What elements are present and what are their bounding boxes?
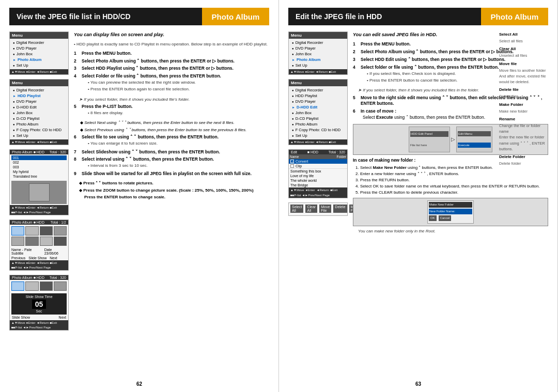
delete-btn: Delete	[333, 205, 347, 213]
left-press-tips: ◆ Press ˄ ˅ buttons to rotate pictures. …	[79, 180, 269, 200]
right-menu-panel-2: Menu ● Digital Recorder ● HDD Playlist ●…	[288, 79, 348, 145]
photo-list: 001 002 003 My hybrid Translated tree	[10, 154, 68, 180]
photo-thumb-4	[54, 226, 67, 236]
photo-thumb-3	[40, 226, 53, 236]
r-menu-item2-hdd: ● HDD Playlist	[291, 93, 345, 99]
right-content: Menu ● Digital Recorder ● DVD Player ● J…	[288, 32, 548, 382]
photo-list-item-1: 001	[11, 155, 67, 160]
edit-actions-panel: Select All Clear All Move File Delete Ma…	[288, 202, 348, 216]
left-step-2: 2 Select Photo Album using ˄ buttons, th…	[74, 58, 269, 65]
r-menu-item2-dvd: ● DVD Player	[291, 99, 345, 104]
edit-row-clip: Clip	[289, 164, 347, 169]
menu-item-john-box: ● John Box	[12, 51, 66, 57]
edit-row-whole: The whole world	[289, 178, 347, 183]
select-all-label: Select All	[499, 32, 548, 38]
edit-panel: Edit■ HDDTotal : 320 NameFolder ✓ Conver…	[288, 149, 348, 198]
left-intro-bold: You can display files on screen and play…	[74, 32, 269, 38]
photo-thumb-5	[11, 237, 24, 246]
r-menu-item-photo-active: ► Photo Album	[291, 57, 345, 62]
edit-panel-header: Edit■ HDDTotal : 320	[289, 150, 347, 154]
left-page: View the JPEG file list in HDD/CD Photo …	[0, 0, 279, 392]
r-menu-item-digital: ● Digital Recorder	[291, 40, 345, 45]
right-menu-panel-2-title: Menu	[289, 80, 347, 86]
photo-panel-controls: ▲▼Move●Enter◄Return■Exit ■■P-list ◄►Prev…	[10, 205, 68, 215]
menu-panel-1-controls: ▲▼Move●Enter◄Return■Exit	[10, 69, 68, 74]
rename-label: Rename	[499, 116, 548, 122]
left-step-5-note: • 8 files are display.	[82, 110, 133, 116]
slide-thumb-1	[11, 281, 24, 291]
folder-step-3: Press the RETURN button.	[360, 177, 548, 183]
menu-item2-copy: ● F Copy Photo: CD to HDD	[12, 127, 66, 133]
right-header: Edit the JPEG file in HDD Photo Album	[288, 8, 548, 25]
right-step-4-note1: • If you select files, then Check icon i…	[361, 71, 499, 76]
left-step-4: 4 Select Folder or file using ˄ buttons,…	[74, 73, 269, 93]
left-header: View the JPEG file list in HDD/CD Photo …	[9, 8, 269, 25]
photo-grid-panel: Photo Album ■ HDD Total : 1/2 Name - Pat…	[9, 219, 69, 271]
r-menu-item2-setup: ● Set Up	[291, 133, 345, 138]
slideshow-controls: ▲▼Move●Enter◄Return■Exit ■■P-list ◄►Prev…	[10, 320, 68, 330]
right-menu-panel-1: Menu ● Digital Recorder ● DVD Player ● J…	[288, 32, 348, 75]
side-action-labels: Select All Select all files Clear All Un…	[499, 32, 548, 166]
r-menu-item2-cd: ● D-CD Playlist	[291, 116, 345, 121]
photo-thumb-1	[11, 226, 24, 236]
menu-item2-digital: ● Digital Recorder	[12, 87, 66, 93]
right-menu-panel-1-items: ● Digital Recorder ● DVD Player ● John B…	[289, 39, 347, 69]
left-instructions: You can display files on screen and play…	[74, 32, 269, 382]
edit-row-convert: ✓ Convert	[289, 159, 347, 164]
photo-list-item-2: 002	[11, 160, 67, 165]
slideshow-grid	[10, 280, 68, 292]
left-step-9: 9 Slide Show will be started for all JPE…	[74, 171, 269, 177]
photo-thumb-7	[40, 237, 53, 246]
right-instructions: You can edit saved JPEG files in HDD. 1 …	[353, 32, 548, 382]
photo-list-item-3: 003	[11, 165, 67, 169]
photo-list-item-5: Translated tree	[11, 174, 67, 179]
menu-item2-setup: ● Set Up	[12, 133, 66, 138]
left-step-6: 6 Select file to see using ˄ ˅ buttons, …	[74, 134, 269, 147]
menu-item2-dvd: ● DVD Player	[12, 99, 66, 104]
right-page-num: 63	[415, 381, 421, 387]
menu-item-setup: ● Set Up	[12, 62, 66, 68]
edit-table: NameFolder ✓ Convert Clip Something this…	[289, 154, 347, 187]
right-menu-panel-2-items: ● Digital Recorder ● HDD Playlist ● DVD …	[289, 86, 347, 139]
left-step-list-3: 6 Select file to see using ˄ ˅ buttons, …	[74, 134, 269, 177]
folder-step-5: Press the CLEAR button to delete previou…	[360, 190, 548, 196]
left-step-3: 3 Select HDD Playlist using ˄ buttons, t…	[74, 66, 269, 72]
right-screenshot-2: Make New Folder New Folder Name: OK Canc…	[353, 198, 548, 226]
move-file-label: Move file	[499, 61, 548, 67]
left-bullet-tips: ◆ Select Next using ˄ ˅ ˃ buttons, then …	[80, 120, 269, 133]
r-menu-item2-photo: ● Photo Album	[291, 121, 345, 127]
make-folder-label: Make Folder	[499, 102, 548, 108]
folder-step-4: Select OK to save folder name on the vir…	[360, 183, 548, 190]
in-case-folder-steps: Select Make New Folder using ˄ buttons, …	[353, 165, 548, 196]
edit-row-everything: Something this box	[289, 169, 347, 174]
left-content: Menu ● Digital Recorder ● DVD Player ● J…	[9, 32, 269, 382]
edit-actions-row: Select All Clear All Move File Delete Ma…	[290, 205, 346, 213]
photo-thumb-6	[25, 237, 38, 246]
delete-file-desc: Delete files	[499, 93, 548, 99]
right-panels-col: Menu ● Digital Recorder ● DVD Player ● J…	[288, 32, 348, 382]
photo-thumb-8	[54, 237, 67, 246]
edit-row-bridge: The Bridge	[289, 183, 347, 187]
menu-item2-hdd-edit: ● D-HDD Edit	[12, 104, 66, 110]
r-menu-item2-hdd-edit: ► D-HDD Edit	[291, 104, 345, 110]
menu-item2-photo: ● Photo Album	[12, 121, 66, 127]
right-page: Edit the JPEG file in HDD Photo Album Me…	[279, 0, 558, 392]
left-panels-col: Menu ● Digital Recorder ● DVD Player ● J…	[9, 32, 69, 382]
make-folder-desc: Make new folder	[499, 108, 548, 114]
photo-grid	[10, 225, 68, 247]
menu-panel-2-title: Menu	[10, 80, 68, 86]
right-menu-panel-1-controls: ▲▼Move●Enter◄Return■Exit	[289, 69, 347, 74]
select-all-desc: Select all files	[499, 38, 548, 44]
left-page-num: 62	[136, 381, 142, 387]
right-header-title: Edit the JPEG file in HDD	[288, 8, 481, 25]
photo-grid-nav: PreviousSlide ShowNext	[10, 256, 68, 260]
delete-file-label: Delete file	[499, 87, 548, 93]
menu-panel-1-items: ● Digital Recorder ● DVD Player ● John B…	[10, 39, 68, 69]
left-step-6-note: • You can enlarge it to full screen size…	[82, 140, 219, 146]
left-step-4-note2: • Press the ENTER button again to cancel…	[82, 86, 221, 92]
move-file-desc: Move files to another folderAnd after mo…	[499, 68, 548, 85]
right-step-4-note2: • Press the ENTER button to cancel file …	[361, 77, 499, 83]
menu-panel-1: Menu ● Digital Recorder ● DVD Player ● J…	[9, 32, 69, 75]
right-header-badge: Photo Album	[481, 8, 548, 25]
edit-table-header: NameFolder	[289, 154, 347, 159]
